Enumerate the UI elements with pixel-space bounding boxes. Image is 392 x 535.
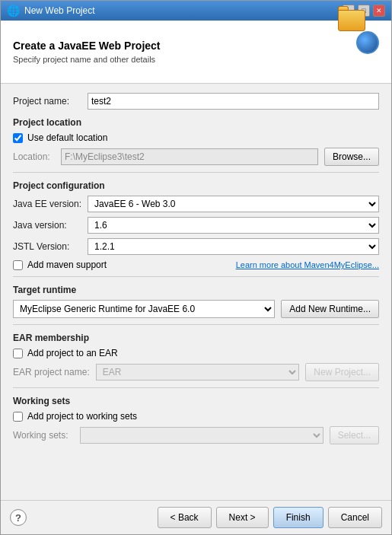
target-runtime-title: Target runtime: [13, 285, 379, 295]
add-ear-checkbox[interactable]: [13, 349, 23, 358]
project-configuration-title: Project configuration: [13, 180, 379, 191]
ear-project-name-label: EAR project name:: [13, 367, 90, 377]
add-working-sets-checkbox[interactable]: [13, 412, 23, 422]
java-version-label: Java version:: [13, 220, 81, 231]
project-name-row: Project name:: [13, 93, 379, 110]
add-maven-row: Add maven support: [13, 260, 107, 270]
ear-project-select: EAR: [96, 364, 300, 381]
add-new-runtime-button[interactable]: Add New Runtime...: [281, 300, 379, 318]
header-text: Create a JavaEE Web Project Specify proj…: [13, 40, 161, 64]
add-ear-label: Add project to an EAR: [27, 348, 118, 358]
working-sets-title: Working sets: [13, 396, 379, 406]
cancel-button[interactable]: Cancel: [328, 507, 382, 528]
divider-1: [13, 172, 379, 173]
divider-3: [13, 324, 379, 325]
add-ear-row: Add project to an EAR: [13, 348, 379, 358]
runtime-select[interactable]: MyEclipse Generic Runtime for JavaEE 6.0: [13, 300, 275, 318]
title-bar: 🌐 New Web Project ─ □ ✕: [1, 1, 391, 21]
jstl-version-label: JSTL Version:: [13, 241, 81, 252]
window-icon: 🌐: [7, 5, 20, 17]
globe-circle-icon: [356, 31, 379, 54]
help-button[interactable]: ?: [10, 509, 27, 526]
window-title: New Web Project: [24, 5, 94, 16]
divider-2: [13, 276, 379, 277]
back-button[interactable]: < Back: [158, 507, 212, 528]
project-name-label: Project name:: [13, 96, 81, 107]
header-icon: [338, 31, 379, 72]
use-default-location-label: Use default location: [27, 132, 107, 143]
jstl-version-row: JSTL Version: 1.2.1: [13, 238, 379, 255]
working-sets-select: [80, 427, 323, 444]
window: 🌐 New Web Project ─ □ ✕ Create a JavaEE …: [0, 0, 392, 535]
jstl-version-select[interactable]: 1.2.1: [88, 238, 379, 255]
java-version-row: Java version: 1.6: [13, 217, 379, 234]
finish-button[interactable]: Finish: [273, 507, 323, 528]
runtime-row: MyEclipse Generic Runtime for JavaEE 6.0…: [13, 300, 379, 318]
working-sets-row-label: Working sets:: [13, 430, 74, 441]
project-location-title: Project location: [13, 117, 379, 128]
add-maven-label: Add maven support: [27, 260, 107, 270]
close-button[interactable]: ✕: [373, 5, 385, 17]
java-ee-version-label: Java EE version:: [13, 199, 81, 209]
maven-link[interactable]: Learn more about Maven4MyEclipse...: [236, 260, 379, 269]
footer-buttons: < Back Next > Finish Cancel: [158, 507, 382, 528]
project-name-input[interactable]: [88, 93, 379, 110]
location-label: Location:: [13, 151, 55, 162]
header-heading: Create a JavaEE Web Project: [13, 40, 161, 52]
content-area: Project name: Project location Use defau…: [1, 84, 391, 500]
java-version-select[interactable]: 1.6: [88, 217, 379, 234]
location-input: [61, 148, 318, 165]
use-default-location-checkbox[interactable]: [13, 133, 23, 143]
java-ee-version-row: Java EE version: JavaEE 6 - Web 3.0: [13, 196, 379, 212]
add-working-sets-row: Add project to working sets: [13, 411, 379, 422]
add-maven-checkbox[interactable]: [13, 260, 23, 270]
ear-membership-title: EAR membership: [13, 333, 379, 343]
next-button[interactable]: Next >: [216, 507, 269, 528]
footer: ? < Back Next > Finish Cancel: [1, 500, 391, 534]
header-section: Create a JavaEE Web Project Specify proj…: [1, 21, 391, 84]
java-ee-version-select[interactable]: JavaEE 6 - Web 3.0: [88, 196, 379, 212]
browse-button[interactable]: Browse...: [324, 148, 379, 166]
folder-shape-icon: [338, 10, 365, 31]
header-subtext: Specify project name and other details: [13, 55, 161, 64]
title-bar-left: 🌐 New Web Project: [7, 5, 94, 17]
use-default-location-row: Use default location: [13, 132, 379, 143]
ear-project-name-row: EAR project name: EAR New Project...: [13, 363, 379, 381]
divider-4: [13, 387, 379, 388]
working-sets-row: Working sets: Select...: [13, 426, 379, 444]
new-project-button[interactable]: New Project...: [305, 363, 379, 381]
add-working-sets-label: Add project to working sets: [27, 411, 137, 422]
location-row: Location: Browse...: [13, 148, 379, 166]
select-button[interactable]: Select...: [330, 426, 379, 444]
